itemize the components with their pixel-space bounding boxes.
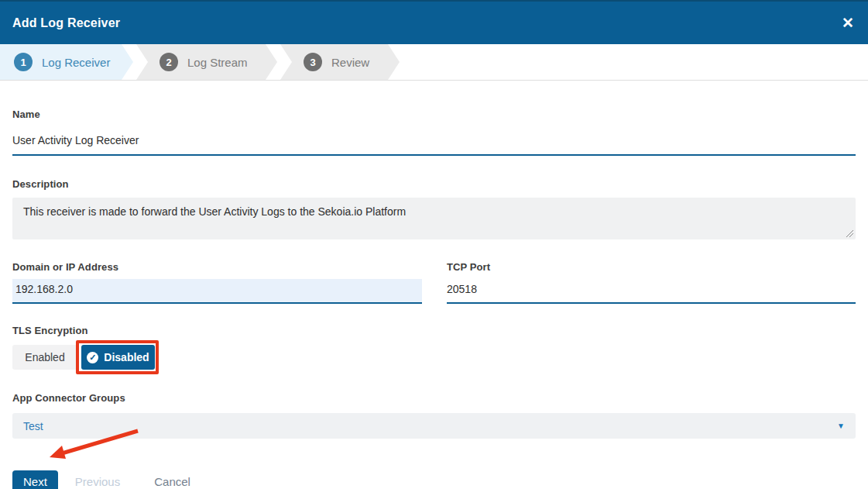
- step-number-badge: 2: [160, 53, 178, 71]
- step-log-stream[interactable]: 2 Log Stream: [136, 44, 277, 80]
- tls-enabled-label: Enabled: [25, 351, 64, 363]
- name-label: Name: [12, 108, 856, 120]
- wizard-stepper: 1 Log Receiver 2 Log Stream 3 Review: [0, 44, 868, 81]
- resize-handle-icon[interactable]: [846, 229, 853, 237]
- step-number-badge: 3: [304, 53, 322, 71]
- tls-disabled-label: Disabled: [104, 351, 149, 363]
- domain-label: Domain or IP Address: [12, 261, 422, 273]
- app-connector-groups-field: App Connector Groups Test ▼: [12, 392, 856, 439]
- description-textarea[interactable]: This receiver is made to forward the Use…: [12, 198, 856, 239]
- step-number-badge: 1: [14, 53, 33, 71]
- domain-field-group: Domain or IP Address: [12, 261, 422, 304]
- step-label: Log Stream: [187, 56, 268, 69]
- previous-button[interactable]: Previous: [75, 475, 120, 488]
- description-label: Description: [12, 178, 856, 190]
- name-field-group: Name: [12, 108, 856, 156]
- modal-header: Add Log Receiver ✕: [0, 0, 868, 44]
- description-text: This receiver is made to forward the Use…: [23, 205, 406, 218]
- chevron-down-icon: ▼: [837, 422, 845, 430]
- address-port-row: Domain or IP Address TCP Port: [12, 261, 856, 304]
- check-icon: ✓: [87, 352, 98, 363]
- next-button[interactable]: Next: [12, 470, 58, 489]
- step-review[interactable]: 3 Review: [280, 44, 400, 80]
- wizard-footer: Next Previous Cancel: [12, 470, 856, 489]
- cancel-button[interactable]: Cancel: [154, 475, 190, 488]
- tls-field-group: TLS Encryption Enabled ✓ Disabled: [12, 325, 856, 370]
- step-label: Review: [331, 56, 389, 69]
- modal-title: Add Log Receiver: [12, 16, 120, 30]
- tcp-port-field-group: TCP Port: [447, 261, 856, 304]
- step-log-receiver[interactable]: 1 Log Receiver: [0, 44, 133, 80]
- tls-disabled-button[interactable]: ✓ Disabled: [81, 345, 155, 370]
- name-input[interactable]: [12, 129, 856, 156]
- app-connector-groups-label: App Connector Groups: [12, 392, 856, 404]
- tcp-port-input[interactable]: [447, 279, 856, 304]
- app-connector-groups-select[interactable]: Test ▼: [12, 413, 856, 439]
- domain-input[interactable]: [12, 279, 422, 304]
- tls-enabled-button[interactable]: Enabled: [12, 345, 77, 370]
- close-icon[interactable]: ✕: [842, 15, 854, 30]
- form-area: Name Description This receiver is made t…: [0, 108, 868, 489]
- selected-group-value: Test: [23, 420, 43, 432]
- tcp-port-label: TCP Port: [447, 261, 856, 273]
- tls-label: TLS Encryption: [12, 325, 856, 336]
- step-label: Log Receiver: [42, 56, 130, 69]
- description-field-group: Description This receiver is made to for…: [12, 178, 856, 239]
- tls-toggle: Enabled ✓ Disabled: [12, 345, 856, 370]
